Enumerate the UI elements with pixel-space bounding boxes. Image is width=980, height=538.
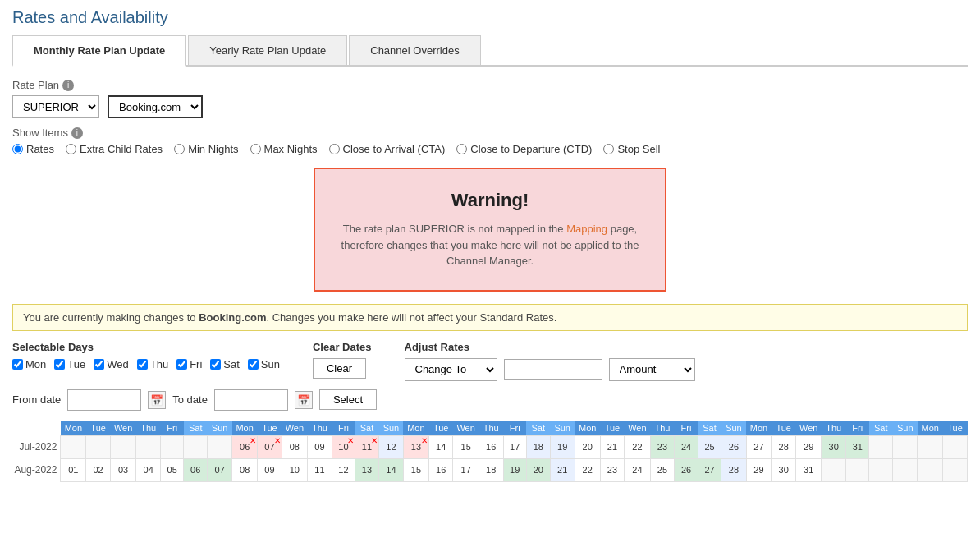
calendar-cell[interactable]: 10✕ — [332, 435, 355, 458]
calendar-cell[interactable]: 14 — [378, 458, 403, 481]
calendar-cell[interactable] — [943, 458, 968, 481]
select-button[interactable]: Select — [319, 389, 377, 410]
calendar-cell[interactable]: 19 — [550, 435, 575, 458]
tab-monthly[interactable]: Monthly Rate Plan Update — [12, 35, 186, 67]
calendar-cell[interactable]: 27 — [698, 458, 721, 481]
from-date-input[interactable] — [67, 389, 141, 411]
calendar-cell[interactable]: 24 — [625, 458, 650, 481]
calendar-cell[interactable]: 20 — [526, 458, 550, 481]
calendar-cell[interactable]: 24 — [675, 435, 698, 458]
channel-select[interactable]: Booking.com Expedia Airbnb — [108, 95, 203, 118]
to-date-input[interactable] — [214, 389, 288, 411]
calendar-cell[interactable]: 08 — [232, 458, 258, 481]
calendar-cell[interactable]: 29 — [796, 435, 822, 458]
calendar-cell[interactable] — [869, 435, 893, 458]
calendar-cell[interactable]: 02 — [86, 458, 111, 481]
from-date-calendar-icon[interactable]: 📅 — [148, 391, 166, 409]
day-thu[interactable]: Thu — [137, 358, 168, 370]
day-sun[interactable]: Sun — [248, 358, 280, 370]
calendar-cell[interactable]: 03 — [110, 458, 135, 481]
calendar-cell[interactable]: 26 — [721, 435, 746, 458]
radio-cta[interactable]: Close to Arrival (CTA) — [329, 143, 446, 155]
calendar-cell[interactable]: 12 — [332, 458, 355, 481]
calendar-cell[interactable]: 11 — [308, 458, 332, 481]
calendar-cell[interactable]: 22 — [625, 435, 650, 458]
calendar-cell[interactable] — [208, 435, 232, 458]
day-sat[interactable]: Sat — [210, 358, 240, 370]
calendar-cell[interactable]: 15 — [403, 458, 428, 481]
calendar-cell[interactable]: 31 — [796, 458, 822, 481]
calendar-cell[interactable]: 17 — [453, 458, 479, 481]
calendar-cell[interactable]: 30 — [822, 435, 846, 458]
tab-yearly[interactable]: Yearly Rate Plan Update — [188, 35, 347, 65]
calendar-cell[interactable] — [136, 435, 161, 458]
calendar-cell[interactable] — [893, 458, 918, 481]
calendar-cell[interactable]: 05 — [161, 458, 184, 481]
calendar-cell[interactable] — [918, 458, 943, 481]
amount-input[interactable] — [504, 359, 602, 380]
calendar-cell[interactable] — [110, 435, 135, 458]
calendar-cell[interactable]: 28 — [721, 458, 746, 481]
radio-stop-sell[interactable]: Stop Sell — [603, 143, 660, 155]
rate-plan-select[interactable]: SUPERIOR — [12, 95, 99, 118]
radio-max-nights[interactable]: Max Nights — [250, 143, 318, 155]
calendar-cell[interactable]: 20 — [575, 435, 600, 458]
to-date-calendar-icon[interactable]: 📅 — [295, 391, 313, 409]
calendar-cell[interactable]: 10 — [282, 458, 307, 481]
calendar-cell[interactable]: 22 — [575, 458, 600, 481]
day-fri[interactable]: Fri — [176, 358, 202, 370]
calendar-cell[interactable]: 06 — [184, 458, 208, 481]
day-wed[interactable]: Wed — [94, 358, 129, 370]
calendar-cell[interactable]: 25 — [650, 458, 675, 481]
calendar-cell[interactable] — [918, 435, 943, 458]
calendar-cell[interactable]: 30 — [772, 458, 796, 481]
calendar-cell[interactable]: 09 — [308, 435, 332, 458]
calendar-cell[interactable] — [893, 435, 918, 458]
calendar-cell[interactable]: 29 — [746, 458, 772, 481]
change-to-select[interactable]: Change To Increase By Decrease By — [405, 358, 497, 381]
calendar-cell[interactable]: 28 — [772, 435, 796, 458]
calendar-cell[interactable] — [822, 458, 846, 481]
clear-button[interactable]: Clear — [313, 358, 366, 379]
calendar-cell[interactable]: 01 — [61, 458, 86, 481]
calendar-cell[interactable]: 21 — [600, 435, 625, 458]
calendar-cell[interactable] — [61, 435, 86, 458]
rate-plan-info-icon[interactable]: i — [62, 80, 74, 91]
calendar-cell[interactable]: 18 — [526, 435, 550, 458]
radio-extra-child[interactable]: Extra Child Rates — [66, 143, 163, 155]
calendar-cell[interactable] — [86, 435, 111, 458]
calendar-cell[interactable] — [184, 435, 208, 458]
tab-channel-overrides[interactable]: Channel Overrides — [349, 35, 480, 65]
calendar-cell[interactable]: 16 — [428, 458, 453, 481]
calendar-cell[interactable]: 15 — [453, 435, 479, 458]
calendar-cell[interactable]: 14 — [428, 435, 453, 458]
calendar-cell[interactable] — [869, 458, 893, 481]
radio-ctd[interactable]: Close to Departure (CTD) — [456, 143, 592, 155]
show-items-info-icon[interactable]: i — [71, 127, 83, 139]
day-tue[interactable]: Tue — [54, 358, 85, 370]
radio-rates[interactable]: Rates — [12, 143, 54, 155]
calendar-cell[interactable]: 23 — [600, 458, 625, 481]
calendar-cell[interactable]: 19 — [503, 458, 526, 481]
calendar-cell[interactable]: 11✕ — [355, 435, 379, 458]
calendar-cell[interactable] — [846, 458, 869, 481]
calendar-cell[interactable]: 12 — [378, 435, 403, 458]
radio-min-nights[interactable]: Min Nights — [174, 143, 238, 155]
calendar-cell[interactable]: 07 — [208, 458, 232, 481]
calendar-cell[interactable]: 13 — [355, 458, 379, 481]
calendar-cell[interactable]: 27 — [746, 435, 772, 458]
calendar-cell[interactable]: 08 — [282, 435, 307, 458]
calendar-cell[interactable]: 21 — [550, 458, 575, 481]
calendar-cell[interactable]: 04 — [136, 458, 161, 481]
day-mon[interactable]: Mon — [12, 358, 46, 370]
calendar-cell[interactable]: 16 — [479, 435, 503, 458]
calendar-cell[interactable]: 13✕ — [403, 435, 428, 458]
calendar-cell[interactable]: 06✕ — [232, 435, 258, 458]
calendar-cell[interactable]: 07✕ — [258, 435, 282, 458]
calendar-cell[interactable]: 26 — [675, 458, 698, 481]
calendar-cell[interactable]: 17 — [503, 435, 526, 458]
calendar-cell[interactable]: 31 — [846, 435, 869, 458]
amount-type-select[interactable]: Amount Percentage — [609, 358, 695, 381]
calendar-cell[interactable]: 23 — [650, 435, 675, 458]
calendar-cell[interactable] — [161, 435, 184, 458]
